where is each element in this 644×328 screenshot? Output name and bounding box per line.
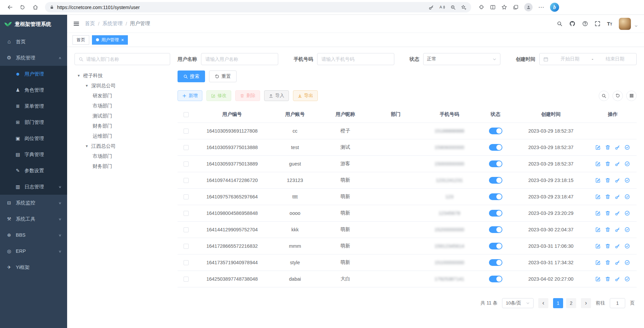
status-toggle[interactable] xyxy=(489,259,502,266)
column-settings-icon[interactable] xyxy=(626,91,637,101)
breadcrumb-item[interactable]: 用户管理 xyxy=(130,20,150,27)
assign-role-icon[interactable] xyxy=(625,161,630,167)
sidebar-item-menu-manage[interactable]: 菜单管理 xyxy=(0,98,67,114)
delete-icon[interactable] xyxy=(605,194,610,199)
tab-close-icon[interactable]: × xyxy=(121,38,124,42)
phone-input[interactable] xyxy=(317,53,394,65)
row-checkbox[interactable] xyxy=(184,277,189,282)
row-checkbox[interactable] xyxy=(184,194,189,199)
zoom-icon[interactable] xyxy=(450,5,456,10)
row-checkbox[interactable] xyxy=(184,227,189,232)
sidebar-item-post-manage[interactable]: 岗位管理 xyxy=(0,130,67,146)
delete-button[interactable]: 删除 xyxy=(235,90,260,101)
tab[interactable]: 首页 xyxy=(72,35,89,45)
sidebar-item-param-setting[interactable]: 参数设置 xyxy=(0,162,67,179)
row-checkbox[interactable] xyxy=(184,145,189,150)
status-toggle[interactable] xyxy=(489,144,502,151)
page-number-button[interactable]: 1 xyxy=(553,298,563,308)
sidebar-item-dept-manage[interactable]: 部门管理 xyxy=(0,114,67,130)
avatar-caret-icon[interactable] xyxy=(634,24,638,28)
docs-question-icon[interactable] xyxy=(582,21,588,27)
status-toggle[interactable] xyxy=(489,226,502,233)
add-button[interactable]: 新增 xyxy=(178,90,202,101)
delete-icon[interactable] xyxy=(605,178,610,183)
status-select[interactable]: 正常 xyxy=(423,53,500,65)
status-toggle[interactable] xyxy=(489,177,502,184)
address-bar[interactable]: https://ccnetcore.com:1101/system/user xyxy=(45,2,471,12)
date-range-picker[interactable]: 开始日期 - 结束日期 xyxy=(539,53,637,65)
password-key-icon[interactable] xyxy=(429,5,434,10)
row-checkbox[interactable] xyxy=(184,178,189,183)
sidebar-toggle-icon[interactable] xyxy=(73,20,80,27)
tree-node[interactable]: 研发部门 xyxy=(75,91,170,101)
tree-caret-icon[interactable]: ▾ xyxy=(85,83,89,88)
status-toggle[interactable] xyxy=(489,243,502,249)
reset-password-icon[interactable] xyxy=(615,243,620,249)
status-toggle[interactable] xyxy=(489,128,502,134)
assign-role-icon[interactable] xyxy=(625,178,630,183)
row-checkbox[interactable] xyxy=(184,129,189,134)
sidebar-item-role-manage[interactable]: 角色管理 xyxy=(0,82,67,98)
sidebar-item-bbs[interactable]: BBS ∨ xyxy=(0,227,67,243)
edit-icon[interactable] xyxy=(595,210,601,216)
assign-role-icon[interactable] xyxy=(625,276,630,282)
username-input[interactable] xyxy=(201,53,278,65)
delete-icon[interactable] xyxy=(605,227,610,232)
sidebar-item-dict-manage[interactable]: 字典管理 xyxy=(0,146,67,162)
row-checkbox[interactable] xyxy=(184,260,189,265)
toggle-search-icon[interactable] xyxy=(599,91,609,101)
edit-button[interactable]: 修改 xyxy=(206,90,231,101)
reset-password-icon[interactable] xyxy=(615,161,620,167)
reset-password-icon[interactable] xyxy=(615,276,620,282)
row-checkbox[interactable] xyxy=(184,161,189,167)
page-size-select[interactable]: 10条/页 xyxy=(502,298,534,308)
assign-role-icon[interactable] xyxy=(625,260,630,265)
tree-node[interactable]: 财务部门 xyxy=(75,161,170,171)
user-avatar[interactable] xyxy=(619,18,631,30)
search-button[interactable]: 搜索 xyxy=(178,71,205,82)
sidebar-item-system-tools[interactable]: 系统工具 ∨ xyxy=(0,211,67,227)
prev-page-button[interactable] xyxy=(538,298,548,308)
sidebar-item-user-manage[interactable]: 用户管理 xyxy=(0,66,67,82)
page-number-button[interactable]: 2 xyxy=(566,298,576,308)
assign-role-icon[interactable] xyxy=(625,194,630,199)
reset-password-icon[interactable] xyxy=(615,260,620,265)
fullscreen-icon[interactable] xyxy=(595,21,600,27)
copilot-icon[interactable] xyxy=(550,3,559,12)
header-search-icon[interactable] xyxy=(557,21,562,27)
edit-icon[interactable] xyxy=(595,243,601,249)
tree-node[interactable]: 市场部门 xyxy=(75,101,170,111)
tree-node[interactable]: 市场部门 xyxy=(75,151,170,161)
reset-password-icon[interactable] xyxy=(615,145,620,150)
font-size-icon[interactable] xyxy=(607,21,612,27)
refresh-table-icon[interactable] xyxy=(612,91,623,101)
reset-button[interactable]: 重置 xyxy=(209,71,237,82)
collections-icon[interactable] xyxy=(513,4,518,10)
assign-role-icon[interactable] xyxy=(625,243,630,249)
edit-icon[interactable] xyxy=(595,260,601,265)
lock-icon[interactable] xyxy=(50,5,54,9)
tree-node[interactable]: 测试部门 xyxy=(75,111,170,121)
status-toggle[interactable] xyxy=(489,160,502,167)
favorites-icon[interactable] xyxy=(501,4,507,10)
export-button[interactable]: 导出 xyxy=(293,90,318,101)
tree-node[interactable]: 财务部门 xyxy=(75,121,170,131)
assign-role-icon[interactable] xyxy=(625,210,630,216)
select-all-checkbox[interactable] xyxy=(184,112,189,117)
reset-password-icon[interactable] xyxy=(615,210,620,216)
sidebar-item-system-monitor[interactable]: 系统监控 ∨ xyxy=(0,195,67,211)
edit-icon[interactable] xyxy=(595,276,601,282)
reset-password-icon[interactable] xyxy=(615,227,620,232)
sidebar-item-log-manage[interactable]: 日志管理 ∨ xyxy=(0,179,67,195)
github-icon[interactable] xyxy=(569,20,576,27)
delete-icon[interactable] xyxy=(605,276,610,282)
edit-icon[interactable] xyxy=(595,145,601,150)
back-button[interactable] xyxy=(5,2,15,12)
delete-icon[interactable] xyxy=(605,145,610,150)
status-toggle[interactable] xyxy=(489,210,502,217)
reset-password-icon[interactable] xyxy=(615,194,620,199)
status-toggle[interactable] xyxy=(489,193,502,200)
tree-node[interactable]: ▾ 橙子科技 xyxy=(75,71,170,81)
extensions-icon[interactable] xyxy=(479,4,484,10)
dept-search-input[interactable] xyxy=(86,56,166,62)
